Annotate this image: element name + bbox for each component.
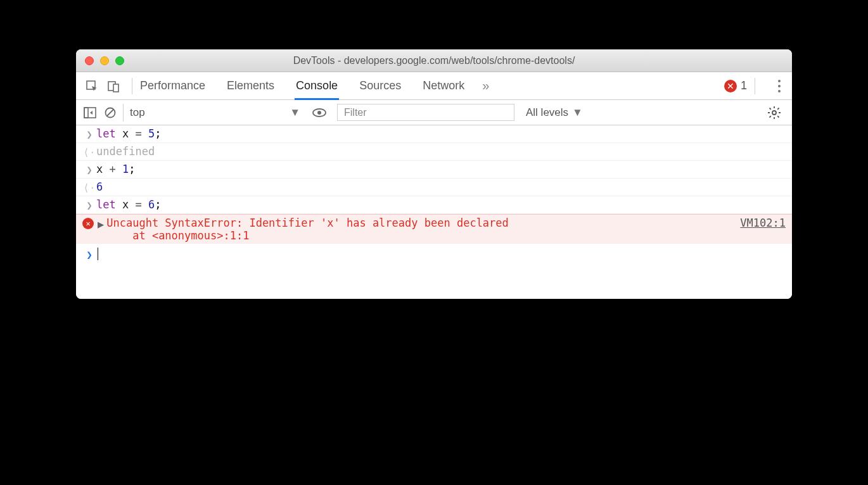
tab-sources[interactable]: Sources	[359, 72, 401, 99]
svg-point-9	[772, 111, 776, 115]
devtools-window: DevTools - developers.google.com/web/too…	[76, 49, 792, 299]
tab-performance[interactable]: Performance	[140, 72, 205, 99]
console-output-row: ⟨· 6	[76, 179, 792, 196]
output-chevron-icon: ⟨·	[82, 145, 96, 158]
svg-line-16	[770, 116, 771, 117]
svg-point-8	[317, 111, 321, 115]
levels-label: All levels	[526, 106, 568, 119]
minimize-window-button[interactable]	[100, 56, 109, 65]
titlebar: DevTools - developers.google.com/web/too…	[76, 49, 792, 72]
error-icon: ✕	[82, 218, 94, 229]
error-source-link[interactable]: VM102:1	[740, 217, 786, 242]
error-message: Uncaught SyntaxError: Identifier 'x' has…	[106, 217, 740, 242]
console-result: 6	[96, 180, 786, 193]
console-input-row: ❯ x + 1;	[76, 161, 792, 179]
console-code: let x = 5;	[96, 127, 786, 140]
console-input-row: ❯ let x = 6;	[76, 196, 792, 214]
tabs-bar: Performance Elements Console Sources Net…	[76, 72, 792, 100]
disclosure-triangle-icon[interactable]: ▶	[98, 217, 104, 230]
zoom-window-button[interactable]	[115, 56, 124, 65]
log-level-selector[interactable]: All levels ▼	[526, 106, 583, 119]
svg-line-6	[107, 110, 113, 116]
console-settings-icon[interactable]	[764, 104, 784, 122]
input-chevron-icon: ❯	[82, 163, 96, 176]
clear-console-icon[interactable]	[100, 104, 120, 122]
tab-console[interactable]: Console	[296, 72, 338, 99]
error-badge-icon[interactable]: ✕	[724, 80, 737, 92]
svg-line-17	[777, 108, 779, 109]
device-toolbar-icon[interactable]	[105, 78, 122, 94]
console-output: ❯ let x = 5; ⟨· undefined ❯ x + 1; ⟨· 6 …	[76, 125, 792, 299]
svg-line-15	[777, 116, 779, 117]
tab-elements[interactable]: Elements	[227, 72, 274, 99]
console-input-row: ❯ let x = 5;	[76, 125, 792, 143]
output-chevron-icon: ⟨·	[82, 180, 96, 194]
more-options-icon[interactable]	[772, 80, 787, 92]
input-chevron-icon: ❯	[82, 127, 96, 141]
console-error-row: ✕ ▶ Uncaught SyntaxError: Identifier 'x'…	[76, 214, 792, 244]
more-tabs-icon[interactable]: »	[482, 79, 489, 93]
console-prompt[interactable]: ❯	[76, 244, 792, 299]
error-count[interactable]: 1	[741, 79, 747, 92]
window-title: DevTools - developers.google.com/web/too…	[76, 55, 792, 66]
chevron-down-icon: ▼	[290, 106, 300, 119]
console-output-row: ⟨· undefined	[76, 143, 792, 161]
console-code: x + 1;	[96, 163, 786, 175]
context-label: top	[130, 106, 145, 119]
close-window-button[interactable]	[85, 56, 94, 65]
prompt-chevron-icon: ❯	[82, 248, 96, 261]
live-expression-icon[interactable]	[309, 104, 329, 122]
inspect-element-icon[interactable]	[84, 78, 100, 94]
window-controls	[85, 56, 124, 65]
toggle-sidebar-icon[interactable]	[80, 104, 100, 122]
text-cursor	[98, 248, 98, 260]
filter-input[interactable]	[337, 104, 514, 121]
tab-network[interactable]: Network	[423, 72, 464, 99]
console-code: let x = 6;	[96, 198, 786, 211]
execution-context-selector[interactable]: top ▼	[123, 104, 307, 122]
separator	[132, 78, 132, 94]
console-result: undefined	[96, 145, 786, 158]
svg-rect-2	[113, 84, 118, 92]
chevron-down-icon: ▼	[572, 106, 583, 119]
svg-line-14	[770, 108, 771, 109]
svg-rect-4	[84, 108, 88, 118]
separator	[755, 78, 755, 94]
console-toolbar: top ▼ All levels ▼	[76, 100, 792, 125]
input-chevron-icon: ❯	[82, 198, 96, 211]
